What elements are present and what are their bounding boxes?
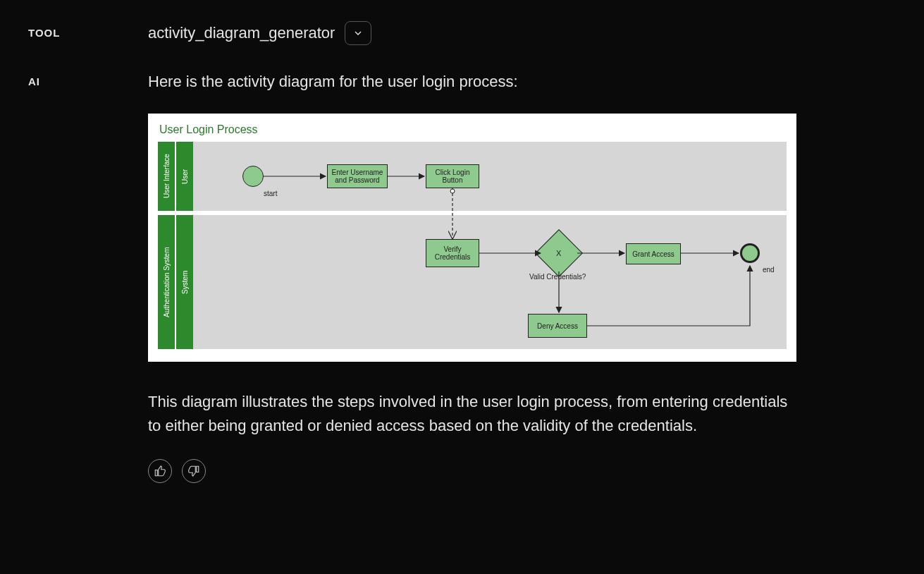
tool-row: TOOL activity_diagram_generator xyxy=(28,21,896,45)
start-node xyxy=(242,166,264,187)
lane-header-auth-system: Authentication System xyxy=(158,215,175,349)
grant-access-node: Grant Access xyxy=(626,243,681,264)
feedback-buttons xyxy=(148,459,896,483)
lane-header-user: User xyxy=(176,142,193,211)
lane-system: Authentication System System Verify Cred… xyxy=(158,215,787,349)
tool-section-label: TOOL xyxy=(28,21,120,39)
decision-node: X xyxy=(542,236,576,270)
thumbs-up-button[interactable] xyxy=(148,459,172,483)
decision-label: Valid Credentials? xyxy=(529,273,586,281)
verify-credentials-node: Verify Credentials xyxy=(426,239,479,267)
ai-section-label: AI xyxy=(28,70,120,87)
lane-header-user-interface: User Interface xyxy=(158,142,175,211)
tool-selector[interactable]: activity_diagram_generator xyxy=(148,21,371,45)
thumbs-down-button[interactable] xyxy=(182,459,206,483)
lane-system-body: Verify Credentials X Valid Credentials? … xyxy=(193,215,787,349)
lane-user-body: start Enter Username and Password Click … xyxy=(193,142,787,211)
lane-header-system: System xyxy=(176,215,193,349)
end-node xyxy=(740,243,760,263)
tool-name: activity_diagram_generator xyxy=(148,24,335,42)
lane-user: User Interface User start Enter Username… xyxy=(158,142,787,211)
chevron-down-icon xyxy=(352,28,364,39)
activity-diagram: User Login Process User Interface User s… xyxy=(148,114,796,362)
diagram-title: User Login Process xyxy=(158,123,787,136)
ai-followup-text: This diagram illustrates the steps invol… xyxy=(148,390,796,438)
ai-intro-text: Here is the activity diagram for the use… xyxy=(148,70,896,94)
tool-dropdown-toggle[interactable] xyxy=(345,21,371,45)
start-label: start xyxy=(264,190,277,197)
decision-mark: X xyxy=(556,249,561,257)
thumbs-down-icon xyxy=(187,465,200,477)
deny-access-node: Deny Access xyxy=(528,314,587,338)
click-login-node: Click Login Button xyxy=(426,164,479,188)
end-label: end xyxy=(763,266,775,274)
enter-credentials-node: Enter Username and Password xyxy=(327,164,388,188)
thumbs-up-icon xyxy=(154,465,166,477)
swimlanes: User Interface User start Enter Username… xyxy=(158,142,787,349)
ai-row: AI Here is the activity diagram for the … xyxy=(28,70,896,483)
